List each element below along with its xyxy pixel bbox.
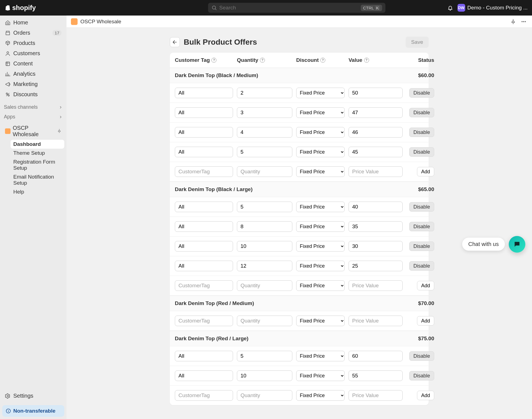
customer-tag-input[interactable] <box>175 351 233 361</box>
customer-tag-input[interactable] <box>175 202 233 212</box>
disable-button[interactable]: Disable <box>409 222 434 231</box>
sidebar-item-content[interactable]: Content <box>2 59 64 68</box>
customer-tag-input[interactable] <box>175 147 233 157</box>
quantity-input[interactable] <box>237 166 292 177</box>
quantity-input[interactable] <box>237 316 292 326</box>
disable-button[interactable]: Disable <box>409 371 434 380</box>
section-apps[interactable]: Apps <box>0 111 66 121</box>
discount-select[interactable]: Fixed Price <box>296 370 345 381</box>
value-input[interactable] <box>349 241 403 252</box>
quantity-input[interactable] <box>237 147 292 157</box>
disable-button[interactable]: Disable <box>409 202 434 212</box>
help-icon[interactable]: ? <box>260 58 265 63</box>
quantity-input[interactable] <box>237 370 292 381</box>
subnav-email-notification-setup[interactable]: Email Notification Setup <box>11 172 64 187</box>
sidebar-item-marketing[interactable]: Marketing <box>2 79 64 89</box>
customer-tag-input[interactable] <box>175 221 233 232</box>
subnav-help[interactable]: Help <box>11 187 64 196</box>
value-input[interactable] <box>349 127 403 138</box>
disable-button[interactable]: Disable <box>409 88 434 98</box>
value-input[interactable] <box>349 351 403 361</box>
save-button[interactable]: Save <box>406 37 429 48</box>
value-input[interactable] <box>349 107 403 118</box>
subnav-registration-form-setup[interactable]: Registration Form Setup <box>11 158 64 172</box>
sidebar-item-products[interactable]: Products <box>2 38 64 48</box>
value-input[interactable] <box>349 390 403 401</box>
sidebar-item-analytics[interactable]: Analytics <box>2 69 64 79</box>
non-transferable-banner[interactable]: Non-transferable <box>2 405 64 417</box>
value-input[interactable] <box>349 202 403 212</box>
back-button[interactable] <box>170 37 180 47</box>
help-icon[interactable]: ? <box>364 58 369 63</box>
discount-select[interactable]: Fixed Price <box>296 202 345 212</box>
disable-button[interactable]: Disable <box>409 351 434 361</box>
value-input[interactable] <box>349 147 403 157</box>
discount-select[interactable]: Fixed Price <box>296 221 345 232</box>
discount-select[interactable]: Fixed Price <box>296 351 345 361</box>
value-input[interactable] <box>349 221 403 232</box>
quantity-input[interactable] <box>237 107 292 118</box>
help-icon[interactable]: ? <box>211 58 216 63</box>
pin-icon[interactable] <box>57 128 62 134</box>
add-button[interactable]: Add <box>417 167 434 176</box>
value-input[interactable] <box>349 166 403 177</box>
customer-tag-input[interactable] <box>175 280 233 291</box>
quantity-input[interactable] <box>237 127 292 138</box>
disable-button[interactable]: Disable <box>409 242 434 251</box>
quantity-input[interactable] <box>237 202 292 212</box>
value-input[interactable] <box>349 88 403 98</box>
notifications-button[interactable] <box>447 5 453 11</box>
disable-button[interactable]: Disable <box>409 261 434 271</box>
sidebar-item-home[interactable]: Home <box>2 18 64 27</box>
customer-tag-input[interactable] <box>175 370 233 381</box>
search-input[interactable] <box>219 5 359 11</box>
section-sales-channels[interactable]: Sales channels <box>0 101 66 111</box>
chat-bubble[interactable]: Chat with us <box>462 238 505 251</box>
shopify-logo[interactable]: shopify <box>4 4 36 12</box>
pin-app-button[interactable] <box>509 18 517 26</box>
quantity-input[interactable] <box>237 390 292 401</box>
quantity-input[interactable] <box>237 221 292 232</box>
disable-button[interactable]: Disable <box>409 128 434 137</box>
sidebar-item-customers[interactable]: Customers <box>2 49 64 58</box>
quantity-input[interactable] <box>237 351 292 361</box>
subnav-theme-setup[interactable]: Theme Setup <box>11 149 64 158</box>
discount-select[interactable]: Fixed Price <box>296 261 345 271</box>
sidebar-app-oscp[interactable]: OSCP Wholesale <box>2 123 64 139</box>
disable-button[interactable]: Disable <box>409 108 434 117</box>
value-input[interactable] <box>349 370 403 381</box>
customer-tag-input[interactable] <box>175 127 233 138</box>
discount-select[interactable]: Fixed Price <box>296 280 345 291</box>
discount-select[interactable]: Fixed Price <box>296 147 345 157</box>
user-menu[interactable]: DW Demo - Custom Pricing ... <box>457 4 528 12</box>
value-input[interactable] <box>349 316 403 326</box>
subnav-dashboard[interactable]: Dashboard <box>11 140 64 149</box>
discount-select[interactable]: Fixed Price <box>296 88 345 98</box>
sidebar-item-orders[interactable]: Orders 17 <box>2 28 64 38</box>
more-button[interactable] <box>520 18 528 26</box>
customer-tag-input[interactable] <box>175 107 233 118</box>
quantity-input[interactable] <box>237 88 292 98</box>
discount-select[interactable]: Fixed Price <box>296 241 345 252</box>
discount-select[interactable]: Fixed Price <box>296 390 345 401</box>
chat-fab[interactable] <box>509 236 525 253</box>
customer-tag-input[interactable] <box>175 261 233 271</box>
add-button[interactable]: Add <box>417 391 434 400</box>
sidebar-item-discounts[interactable]: Discounts <box>2 90 64 99</box>
value-input[interactable] <box>349 280 403 291</box>
customer-tag-input[interactable] <box>175 316 233 326</box>
add-button[interactable]: Add <box>417 316 434 326</box>
sidebar-item-settings[interactable]: Settings <box>2 391 64 401</box>
customer-tag-input[interactable] <box>175 390 233 401</box>
add-button[interactable]: Add <box>417 281 434 290</box>
customer-tag-input[interactable] <box>175 241 233 252</box>
quantity-input[interactable] <box>237 280 292 291</box>
help-icon[interactable]: ? <box>320 58 325 63</box>
discount-select[interactable]: Fixed Price <box>296 127 345 138</box>
discount-select[interactable]: Fixed Price <box>296 107 345 118</box>
disable-button[interactable]: Disable <box>409 147 434 157</box>
quantity-input[interactable] <box>237 241 292 252</box>
search-box[interactable]: CTRLK <box>208 3 385 13</box>
customer-tag-input[interactable] <box>175 166 233 177</box>
discount-select[interactable]: Fixed Price <box>296 166 345 177</box>
